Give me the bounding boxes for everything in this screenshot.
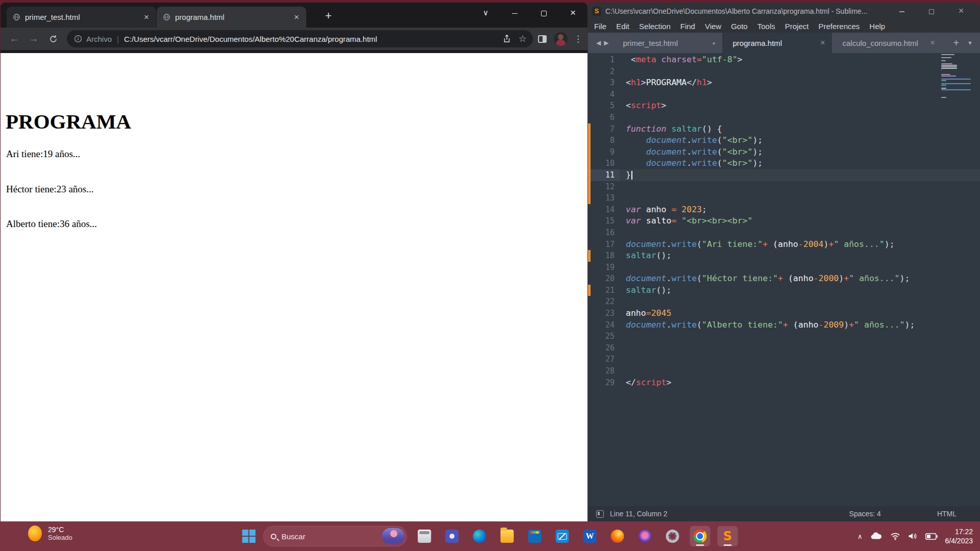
bookmark-star-icon[interactable]: ☆ [519, 33, 527, 44]
maximize-button[interactable] [917, 7, 946, 15]
menu-tools[interactable]: Tools [757, 22, 775, 31]
code-line-15[interactable]: 15var salto= "<br><br><br>" [588, 215, 980, 227]
weather-widget[interactable]: 29°C Soleado [28, 525, 72, 541]
forward-icon[interactable]: → [25, 33, 42, 44]
share-icon[interactable] [502, 34, 511, 43]
address-bar[interactable]: Archivo | C:/Users/vcarr/OneDrive/Docume… [67, 30, 533, 47]
edge-taskbar-button[interactable] [470, 526, 490, 546]
side-panel-icon[interactable] [538, 35, 547, 43]
tab-close-icon[interactable]: × [142, 12, 151, 22]
code-line-8[interactable]: 8 document.write("<br>"); [588, 135, 980, 146]
code-line-19[interactable]: 19 [588, 262, 980, 273]
sublime-tab-programa.html[interactable]: programa.html× [722, 33, 832, 53]
settings-taskbar-button[interactable] [663, 526, 683, 546]
minimize-button[interactable] [887, 7, 917, 15]
clock-widget[interactable]: 17:22 6/4/2023 [945, 527, 973, 545]
code-line-12[interactable]: 12 [588, 181, 980, 193]
code-line-26[interactable]: 26 [588, 342, 980, 354]
tab-close-icon[interactable]: × [292, 12, 301, 22]
mail-taskbar-button[interactable] [552, 526, 573, 546]
minimap[interactable] [941, 54, 973, 98]
code-line-29[interactable]: 29</script> [588, 377, 980, 389]
tab-scroll-left-icon[interactable]: ◀ [596, 39, 601, 46]
menu-file[interactable]: File [594, 22, 606, 31]
code-line-7[interactable]: 7function saltar() { [588, 123, 980, 135]
code-line-2[interactable]: 2 [588, 66, 980, 78]
code-line-6[interactable]: 6 [588, 112, 980, 123]
code-line-25[interactable]: 25 [588, 331, 980, 342]
sublime-taskbar-button[interactable]: S [718, 526, 738, 546]
word-taskbar-button[interactable]: W [580, 526, 600, 546]
code-line-5[interactable]: 5<script> [588, 100, 980, 112]
code-line-4[interactable]: 4 [588, 89, 980, 101]
store-taskbar-button[interactable] [525, 526, 545, 546]
menu-goto[interactable]: Goto [731, 22, 748, 31]
code-line-10[interactable]: 10 document.write("<br>"); [588, 158, 980, 169]
battery-icon[interactable] [925, 533, 938, 540]
tab-close-icon[interactable]: × [930, 38, 935, 47]
chrome-tab-programa.html[interactable]: programa.html× [157, 7, 306, 28]
start-button[interactable] [242, 530, 256, 543]
chrome-tab-primer_test.html[interactable]: primer_test.html× [7, 7, 156, 28]
chrome-menu-icon[interactable]: ⋮ [574, 34, 582, 44]
sublime-tab-primer_test.html[interactable]: primer_test.html● [612, 33, 722, 53]
code-line-1[interactable]: 1 <meta charset="utf-8"> [588, 54, 980, 66]
code-line-11[interactable]: 11} [588, 169, 980, 181]
code-line-21[interactable]: 21saltar(); [588, 285, 980, 296]
taskview-taskbar-button[interactable] [414, 526, 435, 546]
maximize-button[interactable] [529, 9, 558, 17]
code-line-22[interactable]: 22 [588, 296, 980, 308]
chrome-taskbar-button[interactable] [690, 526, 710, 546]
syntax-label[interactable]: HTML [937, 510, 957, 518]
modified-dot-icon[interactable]: ● [712, 40, 715, 46]
media-taskbar-button[interactable] [635, 526, 655, 546]
indent-setting-label[interactable]: Spaces: 4 [849, 510, 881, 518]
reload-icon[interactable] [44, 35, 62, 43]
tab-search-icon[interactable]: ∨ [471, 8, 500, 17]
url-text[interactable]: C:/Users/vcarr/OneDrive/Documentos/Alber… [124, 35, 498, 43]
tray-chevron-icon[interactable]: ∧ [857, 533, 863, 540]
code-line-24[interactable]: 24document.write("Alberto tiene:"+ (anho… [588, 319, 980, 331]
code-line-17[interactable]: 17document.write("Ari tiene:"+ (anho-200… [588, 239, 980, 251]
code-line-13[interactable]: 13 [588, 192, 980, 204]
code-line-28[interactable]: 28 [588, 365, 980, 377]
code-area: 1 <meta charset="utf-8">23<h1>PROGRAMA</… [588, 54, 980, 388]
info-icon[interactable] [74, 35, 82, 43]
sublime-tab-calculo_consumo.html[interactable]: calculo_consumo.html× [832, 33, 942, 53]
volume-icon[interactable] [908, 532, 918, 540]
code-line-14[interactable]: 14var anho = 2023; [588, 204, 980, 216]
onedrive-icon[interactable] [870, 532, 883, 540]
file-explorer-taskbar-button[interactable] [497, 526, 518, 546]
minimize-button[interactable] [500, 9, 529, 17]
menu-edit[interactable]: Edit [616, 22, 629, 31]
close-button[interactable]: × [558, 7, 587, 18]
search-box[interactable]: Buscar [263, 526, 407, 546]
menu-preferences[interactable]: Preferences [818, 22, 860, 31]
tab-scroll-right-icon[interactable]: ▶ [604, 39, 608, 46]
code-line-18[interactable]: 18saltar(); [588, 250, 980, 262]
vintage-mode-icon[interactable] [596, 510, 604, 518]
tab-close-icon[interactable]: × [820, 38, 825, 47]
profile-avatar[interactable] [554, 32, 568, 46]
menu-find[interactable]: Find [680, 22, 695, 31]
back-icon[interactable]: ← [6, 33, 23, 44]
code-line-9[interactable]: 9 document.write("<br>"); [588, 146, 980, 158]
new-file-tab-button[interactable]: + [953, 37, 959, 49]
code-editor[interactable]: 1 <meta charset="utf-8">23<h1>PROGRAMA</… [588, 53, 980, 506]
close-button[interactable]: × [946, 6, 976, 16]
new-tab-button[interactable]: + [325, 9, 332, 22]
menu-project[interactable]: Project [785, 22, 809, 31]
code-line-3[interactable]: 3<h1>PROGRAMA</h1> [588, 77, 980, 89]
code-line-16[interactable]: 16 [588, 227, 980, 239]
code-line-27[interactable]: 27 [588, 354, 980, 365]
menu-selection[interactable]: Selection [639, 22, 671, 31]
tab-overflow-icon[interactable]: ▼ [967, 40, 973, 46]
code-text: document.write("Héctor tiene:"+ (anho-20… [626, 273, 910, 285]
firefox-taskbar-button[interactable] [607, 526, 628, 546]
menu-help[interactable]: Help [869, 22, 885, 31]
wifi-icon[interactable] [890, 532, 900, 540]
code-line-20[interactable]: 20document.write("Héctor tiene:"+ (anho-… [588, 273, 980, 285]
teams-taskbar-button[interactable] [442, 526, 462, 546]
code-line-23[interactable]: 23anho=2045 [588, 308, 980, 319]
menu-view[interactable]: View [705, 22, 721, 31]
